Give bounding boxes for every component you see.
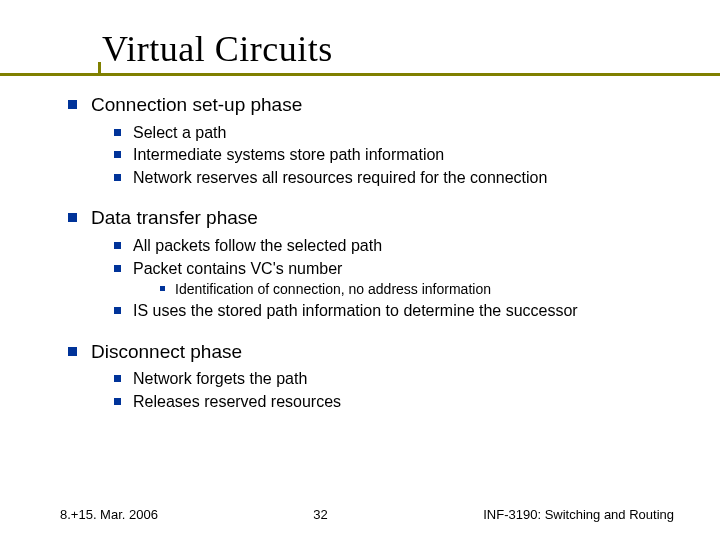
- section-heading: Disconnect phase: [68, 339, 678, 365]
- sub-list-item-text: Identification of connection, no address…: [175, 280, 491, 299]
- title-underline: [0, 73, 720, 76]
- square-bullet-icon: [114, 174, 121, 181]
- list-item-text: All packets follow the selected path: [133, 235, 382, 257]
- square-bullet-icon: [68, 213, 77, 222]
- footer: 8.+15. Mar. 2006 32 INF-3190: Switching …: [0, 507, 720, 522]
- footer-page-number: 32: [313, 507, 327, 522]
- square-bullet-icon: [114, 129, 121, 136]
- footer-date: 8.+15. Mar. 2006: [60, 507, 158, 522]
- square-bullet-icon: [114, 307, 121, 314]
- list-item: Intermediate systems store path informat…: [114, 144, 678, 166]
- square-bullet-icon: [114, 265, 121, 272]
- sub-list-item: Identification of connection, no address…: [160, 280, 678, 299]
- section-heading-text: Connection set-up phase: [91, 92, 302, 118]
- list-item: Network forgets the path: [114, 368, 678, 390]
- content: Connection set-up phase Select a path In…: [60, 92, 678, 413]
- square-bullet-icon: [114, 151, 121, 158]
- slide: Virtual Circuits Connection set-up phase…: [0, 0, 720, 413]
- list-item-text: Packet contains VC's number: [133, 258, 342, 280]
- section-heading-text: Data transfer phase: [91, 205, 258, 231]
- square-bullet-icon: [114, 375, 121, 382]
- title-area: Virtual Circuits: [60, 28, 678, 70]
- list-item-text: Select a path: [133, 122, 226, 144]
- list-item-text: Network reserves all resources required …: [133, 167, 547, 189]
- section-heading-text: Disconnect phase: [91, 339, 242, 365]
- list-item-text: Network forgets the path: [133, 368, 307, 390]
- square-bullet-icon: [160, 286, 165, 291]
- list-item: Releases reserved resources: [114, 391, 678, 413]
- section-heading: Data transfer phase: [68, 205, 678, 231]
- list-item-text: Releases reserved resources: [133, 391, 341, 413]
- footer-course: INF-3190: Switching and Routing: [483, 507, 674, 522]
- square-bullet-icon: [114, 398, 121, 405]
- list-item: Packet contains VC's number: [114, 258, 678, 280]
- square-bullet-icon: [68, 347, 77, 356]
- square-bullet-icon: [68, 100, 77, 109]
- square-bullet-icon: [114, 242, 121, 249]
- list-item: IS uses the stored path information to d…: [114, 300, 678, 322]
- list-item: All packets follow the selected path: [114, 235, 678, 257]
- list-item-text: Intermediate systems store path informat…: [133, 144, 444, 166]
- section-heading: Connection set-up phase: [68, 92, 678, 118]
- list-item: Network reserves all resources required …: [114, 167, 678, 189]
- slide-title: Virtual Circuits: [102, 28, 678, 70]
- list-item-text: IS uses the stored path information to d…: [133, 300, 578, 322]
- list-item: Select a path: [114, 122, 678, 144]
